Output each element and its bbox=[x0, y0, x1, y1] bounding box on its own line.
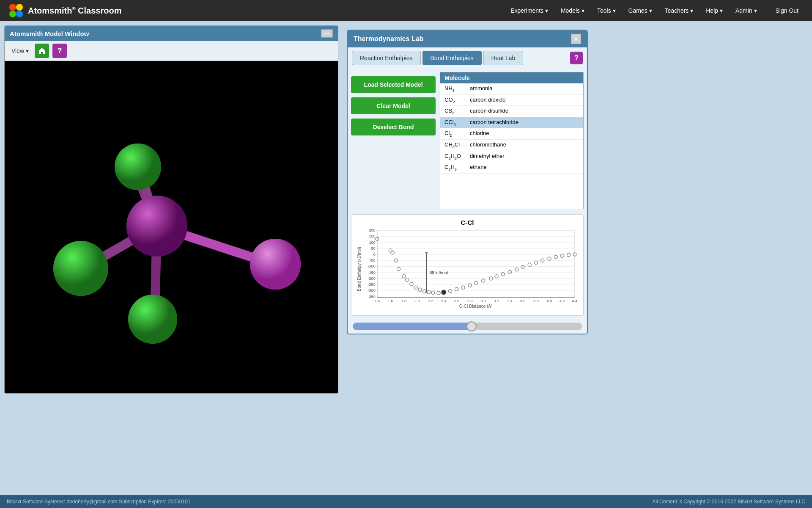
bond-enthalpy-svg: Bond Enthalpy (kJ/mol) 0 50 100 bbox=[356, 228, 579, 308]
formula-nh3: NH3 bbox=[444, 85, 470, 93]
thermo-help-button[interactable]: ? bbox=[570, 52, 583, 64]
molecule-controls: Load Selected Model Clear Model Deselect… bbox=[351, 72, 436, 209]
nav-menu: Experiments ▾ Models ▾ Tools ▾ Games ▾ T… bbox=[505, 5, 762, 17]
name-nh3: ammonia bbox=[470, 85, 579, 93]
footer: Bitwixt Software Systems: dodoherty@gmai… bbox=[0, 495, 812, 508]
model-window-title: Atomsmith Model Window bbox=[10, 30, 89, 37]
bond-enthalpy-chart: C-Cl Bond Enthalpy (kJ/mol) 0 50 bbox=[351, 214, 584, 316]
svg-text:2.2: 2.2 bbox=[428, 299, 433, 303]
name-c2h6o: dimethyl ether bbox=[470, 153, 579, 160]
svg-text:-150: -150 bbox=[368, 271, 375, 275]
thermo-close-button[interactable]: ✕ bbox=[571, 34, 581, 44]
sign-out-button[interactable]: Sign Out bbox=[771, 5, 804, 17]
svg-point-0 bbox=[9, 4, 16, 11]
molecule-row-c2h6o[interactable]: C2H6O dimethyl ether bbox=[440, 151, 583, 163]
tab-reaction-enthalpies[interactable]: Reaction Enthalpies bbox=[352, 51, 421, 65]
svg-text:-100: -100 bbox=[368, 264, 375, 268]
name-cl2: chlorine bbox=[470, 130, 579, 138]
molecule-row-c2h6[interactable]: C2H6 ethane bbox=[440, 162, 583, 174]
annotation-label: 68 kJ/mol bbox=[430, 271, 448, 275]
model-window: Atomsmith Model Window — View ▾ ? bbox=[4, 25, 338, 394]
app-title: Atomsmith® Classroom bbox=[28, 6, 122, 16]
svg-text:1.6: 1.6 bbox=[388, 299, 393, 303]
model-toolbar: View ▾ ? bbox=[5, 41, 338, 61]
nav-teachers[interactable]: Teachers ▾ bbox=[660, 5, 699, 17]
name-ccl4: carbon tetrachloride bbox=[470, 119, 579, 127]
svg-text:3.8: 3.8 bbox=[533, 299, 539, 303]
svg-text:-300: -300 bbox=[368, 288, 375, 293]
deselect-bond-button[interactable]: Deselect Bond bbox=[351, 119, 436, 135]
svg-point-2 bbox=[9, 11, 16, 17]
nav-experiments[interactable]: Experiments ▾ bbox=[505, 5, 553, 17]
chart-title: C-Cl bbox=[356, 219, 579, 226]
y-axis-label: Bond Enthalpy (kJ/mol) bbox=[357, 247, 362, 291]
molecule-list-header: Molecule bbox=[440, 72, 583, 83]
top-navigation: Atomsmith® Classroom Experiments ▾ Model… bbox=[0, 0, 812, 21]
view-menu-button[interactable]: View ▾ bbox=[9, 47, 31, 55]
svg-text:0: 0 bbox=[373, 252, 376, 257]
home-icon-button[interactable] bbox=[35, 44, 49, 58]
svg-text:3.4: 3.4 bbox=[507, 299, 513, 303]
help-icon-button[interactable]: ? bbox=[52, 44, 67, 58]
svg-text:-200: -200 bbox=[368, 276, 375, 281]
molecule-3d-view bbox=[5, 61, 330, 349]
nav-help[interactable]: Help ▾ bbox=[701, 5, 728, 17]
formula-cl2: Cl2 bbox=[444, 130, 470, 138]
svg-text:4.4: 4.4 bbox=[572, 299, 578, 303]
svg-text:2.6: 2.6 bbox=[454, 299, 459, 303]
footer-right-text: All Content is Copyright © 2016-2022 Bit… bbox=[652, 499, 805, 505]
svg-text:2.0: 2.0 bbox=[414, 299, 420, 303]
svg-text:2.8: 2.8 bbox=[467, 299, 473, 303]
molecule-row-cl2[interactable]: Cl2 chlorine bbox=[440, 128, 583, 140]
name-c2h6: ethane bbox=[470, 164, 579, 171]
distance-slider[interactable] bbox=[353, 323, 582, 330]
nav-tools[interactable]: Tools ▾ bbox=[592, 5, 621, 17]
svg-point-1 bbox=[16, 4, 23, 11]
name-co2: carbon dioxide bbox=[470, 97, 579, 104]
svg-text:200: 200 bbox=[369, 228, 375, 232]
molecule-row-ccl4[interactable]: CCl4 carbon tetrachloride bbox=[440, 117, 583, 129]
svg-point-16 bbox=[250, 239, 301, 290]
formula-c2h6o: C2H6O bbox=[444, 153, 470, 160]
svg-rect-21 bbox=[377, 230, 575, 297]
thermo-lab-panel: Thermodynamics Lab ✕ Reaction Enthalpies… bbox=[347, 30, 588, 334]
slider-container bbox=[348, 319, 587, 334]
svg-point-20 bbox=[126, 196, 187, 257]
molecule-row-nh3[interactable]: NH3 ammonia bbox=[440, 83, 583, 95]
molecule-row-ch3cl[interactable]: CH3Cl chloromethane bbox=[440, 140, 583, 151]
svg-text:3.2: 3.2 bbox=[494, 299, 499, 303]
nav-games[interactable]: Games ▾ bbox=[623, 5, 657, 17]
right-panel: Thermodynamics Lab ✕ Reaction Enthalpies… bbox=[338, 25, 592, 495]
svg-text:4.2: 4.2 bbox=[560, 299, 565, 303]
svg-text:-50: -50 bbox=[370, 258, 376, 262]
x-axis-label: C-Cl Distance (Å) bbox=[459, 304, 493, 308]
tab-heat-lab[interactable]: Heat Lab bbox=[483, 51, 524, 65]
svg-point-14 bbox=[53, 241, 108, 296]
tab-bond-enthalpies[interactable]: Bond Enthalpies bbox=[422, 51, 482, 65]
nav-admin[interactable]: Admin ▾ bbox=[730, 5, 762, 17]
svg-text:3.6: 3.6 bbox=[520, 299, 526, 303]
app-logo: Atomsmith® Classroom bbox=[8, 3, 122, 18]
formula-cs2: CS2 bbox=[444, 108, 470, 115]
svg-point-3 bbox=[16, 11, 23, 17]
molecule-row-co2[interactable]: CO2 carbon dioxide bbox=[440, 95, 583, 106]
home-icon bbox=[38, 47, 46, 55]
formula-c2h6: C2H6 bbox=[444, 164, 470, 171]
molecule-list: Molecule NH3 ammonia CO2 carbon dioxide … bbox=[440, 72, 584, 209]
model-viewport bbox=[5, 61, 338, 393]
nav-models[interactable]: Models ▾ bbox=[556, 5, 590, 17]
question-mark-icon: ? bbox=[57, 47, 62, 55]
molecule-row-cs2[interactable]: CS2 carbon disulfide bbox=[440, 106, 583, 117]
minimize-button[interactable]: — bbox=[321, 29, 333, 38]
formula-ccl4: CCl4 bbox=[444, 119, 470, 127]
thermo-bond-enthalpies-content: Load Selected Model Clear Model Deselect… bbox=[348, 69, 587, 213]
clear-model-button[interactable]: Clear Model bbox=[351, 97, 436, 114]
svg-text:2.4: 2.4 bbox=[441, 299, 447, 303]
svg-text:100: 100 bbox=[369, 240, 375, 245]
svg-text:4.0: 4.0 bbox=[547, 299, 552, 303]
load-selected-model-button[interactable]: Load Selected Model bbox=[351, 76, 436, 93]
thermo-lab-header: Thermodynamics Lab ✕ bbox=[348, 30, 587, 47]
svg-point-18 bbox=[128, 295, 177, 344]
svg-text:3.0: 3.0 bbox=[480, 299, 486, 303]
formula-ch3cl: CH3Cl bbox=[444, 141, 470, 149]
